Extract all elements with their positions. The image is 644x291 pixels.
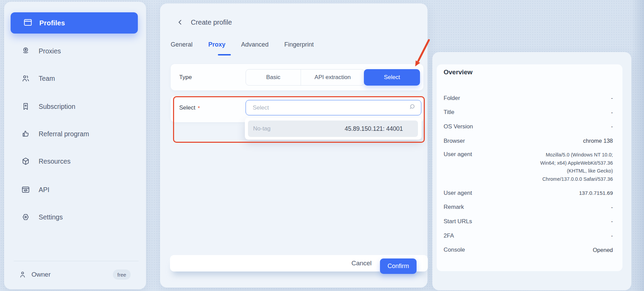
- tab-bar: General Proxy Advanced Fingerprint: [171, 41, 314, 48]
- proxy-select-input[interactable]: [253, 104, 409, 111]
- proxy-dropdown-option[interactable]: No-tag 45.89.150.121: 44001: [248, 121, 418, 137]
- overview-row-title: Title -: [444, 105, 613, 120]
- confirm-button[interactable]: Confirm: [380, 258, 417, 274]
- right-edge-shade: [632, 0, 644, 291]
- page-header: Create profile: [177, 17, 232, 27]
- profiles-window-icon: [23, 18, 32, 28]
- sidebar: Profiles Proxies Team Subscription: [4, 2, 146, 289]
- sidebar-item-resources[interactable]: Resources: [4, 155, 146, 167]
- api-code-window-icon: [21, 185, 30, 194]
- sidebar-item-label: Profiles: [39, 19, 65, 27]
- bookmark-plus-icon: [21, 102, 30, 111]
- create-profile-panel: Create profile General Proxy Advanced Fi…: [160, 3, 428, 288]
- overview-title: Overview: [444, 68, 473, 76]
- sidebar-item-label: Settings: [39, 213, 63, 221]
- plan-badge: free: [113, 269, 131, 280]
- required-asterisk: *: [198, 105, 200, 112]
- type-option-api-extraction[interactable]: API extraction: [301, 69, 364, 85]
- form-footer: Cancel Confirm: [170, 255, 428, 271]
- sidebar-item-label: Referral program: [39, 130, 89, 138]
- select-label: Select *: [179, 96, 200, 120]
- user-icon: [18, 270, 27, 280]
- chevron-left-icon: [177, 19, 184, 26]
- team-users-icon: [21, 74, 30, 83]
- proxy-type-card: Type Basic API extraction Select: [171, 64, 423, 90]
- proxy-dropdown: No-tag 45.89.150.121: 44001: [245, 117, 422, 140]
- settings-nut-icon: [21, 213, 30, 222]
- overview-row-folder: Folder -: [444, 91, 613, 105]
- page-title: Create profile: [191, 18, 232, 26]
- app-page: Profiles Proxies Team Subscription: [0, 0, 644, 291]
- sidebar-item-team[interactable]: Team: [4, 73, 146, 84]
- location-pin-icon: [21, 47, 30, 55]
- overview-row-user-agent: User agent Mozilla/5.0 (Windows NT 10.0;…: [444, 148, 613, 186]
- back-button[interactable]: [177, 19, 184, 26]
- sidebar-item-label: Proxies: [39, 47, 61, 55]
- overview-card: Overview Folder - Title - OS Version - B…: [437, 64, 622, 271]
- type-option-basic[interactable]: Basic: [246, 69, 301, 85]
- proxy-tag: No-tag: [253, 125, 271, 132]
- overview-row-start-urls: Start URLs -: [444, 214, 613, 229]
- sidebar-item-subscription[interactable]: Subscription: [4, 101, 146, 112]
- sidebar-item-profiles[interactable]: Profiles: [11, 12, 138, 34]
- tab-advanced[interactable]: Advanced: [241, 41, 268, 48]
- tab-general[interactable]: General: [171, 41, 193, 48]
- sidebar-item-label: Subscription: [39, 103, 75, 111]
- sidebar-item-proxies[interactable]: Proxies: [4, 45, 146, 57]
- overview-panel: Overview Folder - Title - OS Version - B…: [432, 52, 631, 290]
- overview-row-os-version: OS Version -: [444, 119, 613, 134]
- package-cube-icon: [21, 157, 30, 166]
- overview-row-browser: Browser chrome 138: [444, 134, 613, 148]
- sidebar-item-label: Resources: [39, 157, 70, 165]
- active-tab-indicator: [218, 54, 231, 55]
- overview-row-console: Console Opened: [444, 243, 613, 257]
- overview-row-remark: Remark -: [444, 200, 613, 215]
- sidebar-item-label: Team: [39, 75, 55, 83]
- sidebar-item-label: API: [39, 186, 49, 194]
- proxy-address: 45.89.150.121: 44001: [345, 125, 403, 132]
- owner-label: Owner: [31, 271, 51, 278]
- type-label: Type: [179, 64, 192, 90]
- owner-row[interactable]: Owner free: [4, 269, 146, 280]
- thumbs-up-icon: [21, 129, 30, 138]
- overview-row-2fa: 2FA -: [444, 229, 613, 243]
- tab-proxy[interactable]: Proxy: [208, 41, 225, 48]
- type-option-select[interactable]: Select: [364, 69, 420, 86]
- cancel-button[interactable]: Cancel: [344, 258, 379, 268]
- tab-fingerprint[interactable]: Fingerprint: [284, 41, 314, 48]
- sidebar-item-api[interactable]: API: [4, 184, 146, 195]
- overview-rows: Folder - Title - OS Version - Browser ch…: [444, 91, 613, 257]
- sidebar-item-settings[interactable]: Settings: [4, 211, 146, 223]
- sidebar-item-referral-program[interactable]: Referral program: [4, 128, 146, 140]
- proxy-select-input-wrap: [246, 100, 421, 115]
- type-segmented-control: Basic API extraction: [246, 69, 365, 86]
- search-icon: [409, 104, 416, 112]
- overview-row-user-agent-version: User agent 137.0.7151.69: [444, 186, 613, 200]
- sidebar-divider: [14, 261, 139, 261]
